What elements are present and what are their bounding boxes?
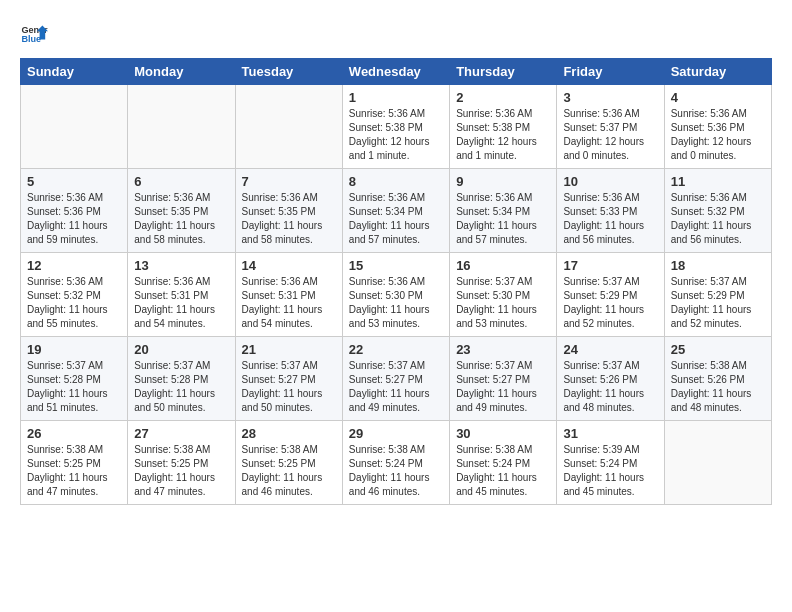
- cell-info: Sunrise: 5:38 AM Sunset: 5:25 PM Dayligh…: [242, 443, 336, 499]
- day-number: 9: [456, 174, 550, 189]
- day-number: 2: [456, 90, 550, 105]
- day-number: 1: [349, 90, 443, 105]
- calendar-cell: 3Sunrise: 5:36 AM Sunset: 5:37 PM Daylig…: [557, 85, 664, 169]
- calendar-cell: 28Sunrise: 5:38 AM Sunset: 5:25 PM Dayli…: [235, 421, 342, 505]
- day-number: 16: [456, 258, 550, 273]
- calendar-cell: 16Sunrise: 5:37 AM Sunset: 5:30 PM Dayli…: [450, 253, 557, 337]
- calendar-week-1: 1Sunrise: 5:36 AM Sunset: 5:38 PM Daylig…: [21, 85, 772, 169]
- calendar-cell: 23Sunrise: 5:37 AM Sunset: 5:27 PM Dayli…: [450, 337, 557, 421]
- calendar-week-2: 5Sunrise: 5:36 AM Sunset: 5:36 PM Daylig…: [21, 169, 772, 253]
- day-number: 6: [134, 174, 228, 189]
- calendar-cell: 31Sunrise: 5:39 AM Sunset: 5:24 PM Dayli…: [557, 421, 664, 505]
- calendar-cell: 21Sunrise: 5:37 AM Sunset: 5:27 PM Dayli…: [235, 337, 342, 421]
- weekday-header-sunday: Sunday: [21, 59, 128, 85]
- weekday-header-monday: Monday: [128, 59, 235, 85]
- cell-info: Sunrise: 5:36 AM Sunset: 5:37 PM Dayligh…: [563, 107, 657, 163]
- day-number: 8: [349, 174, 443, 189]
- calendar-cell: 10Sunrise: 5:36 AM Sunset: 5:33 PM Dayli…: [557, 169, 664, 253]
- calendar-cell: 7Sunrise: 5:36 AM Sunset: 5:35 PM Daylig…: [235, 169, 342, 253]
- cell-info: Sunrise: 5:36 AM Sunset: 5:31 PM Dayligh…: [134, 275, 228, 331]
- calendar-cell: 12Sunrise: 5:36 AM Sunset: 5:32 PM Dayli…: [21, 253, 128, 337]
- cell-info: Sunrise: 5:37 AM Sunset: 5:27 PM Dayligh…: [349, 359, 443, 415]
- day-number: 20: [134, 342, 228, 357]
- cell-info: Sunrise: 5:36 AM Sunset: 5:36 PM Dayligh…: [27, 191, 121, 247]
- calendar-cell: 8Sunrise: 5:36 AM Sunset: 5:34 PM Daylig…: [342, 169, 449, 253]
- day-number: 27: [134, 426, 228, 441]
- day-number: 26: [27, 426, 121, 441]
- calendar-cell: 15Sunrise: 5:36 AM Sunset: 5:30 PM Dayli…: [342, 253, 449, 337]
- day-number: 11: [671, 174, 765, 189]
- day-number: 19: [27, 342, 121, 357]
- cell-info: Sunrise: 5:37 AM Sunset: 5:29 PM Dayligh…: [563, 275, 657, 331]
- calendar-cell: 2Sunrise: 5:36 AM Sunset: 5:38 PM Daylig…: [450, 85, 557, 169]
- cell-info: Sunrise: 5:37 AM Sunset: 5:27 PM Dayligh…: [242, 359, 336, 415]
- day-number: 21: [242, 342, 336, 357]
- logo-icon: General Blue: [20, 20, 48, 48]
- calendar-cell: 13Sunrise: 5:36 AM Sunset: 5:31 PM Dayli…: [128, 253, 235, 337]
- calendar-cell: 19Sunrise: 5:37 AM Sunset: 5:28 PM Dayli…: [21, 337, 128, 421]
- cell-info: Sunrise: 5:36 AM Sunset: 5:36 PM Dayligh…: [671, 107, 765, 163]
- day-number: 30: [456, 426, 550, 441]
- calendar-cell: [664, 421, 771, 505]
- day-number: 29: [349, 426, 443, 441]
- cell-info: Sunrise: 5:37 AM Sunset: 5:29 PM Dayligh…: [671, 275, 765, 331]
- cell-info: Sunrise: 5:38 AM Sunset: 5:25 PM Dayligh…: [27, 443, 121, 499]
- calendar-header: SundayMondayTuesdayWednesdayThursdayFrid…: [21, 59, 772, 85]
- calendar-cell: 22Sunrise: 5:37 AM Sunset: 5:27 PM Dayli…: [342, 337, 449, 421]
- calendar-cell: 17Sunrise: 5:37 AM Sunset: 5:29 PM Dayli…: [557, 253, 664, 337]
- cell-info: Sunrise: 5:36 AM Sunset: 5:35 PM Dayligh…: [242, 191, 336, 247]
- day-number: 18: [671, 258, 765, 273]
- weekday-header-friday: Friday: [557, 59, 664, 85]
- header: General Blue: [20, 20, 772, 48]
- day-number: 31: [563, 426, 657, 441]
- weekday-header-tuesday: Tuesday: [235, 59, 342, 85]
- calendar-cell: [235, 85, 342, 169]
- cell-info: Sunrise: 5:38 AM Sunset: 5:26 PM Dayligh…: [671, 359, 765, 415]
- day-number: 10: [563, 174, 657, 189]
- day-number: 12: [27, 258, 121, 273]
- calendar-cell: 18Sunrise: 5:37 AM Sunset: 5:29 PM Dayli…: [664, 253, 771, 337]
- cell-info: Sunrise: 5:36 AM Sunset: 5:32 PM Dayligh…: [27, 275, 121, 331]
- day-number: 3: [563, 90, 657, 105]
- cell-info: Sunrise: 5:36 AM Sunset: 5:34 PM Dayligh…: [456, 191, 550, 247]
- day-number: 17: [563, 258, 657, 273]
- calendar-cell: 1Sunrise: 5:36 AM Sunset: 5:38 PM Daylig…: [342, 85, 449, 169]
- cell-info: Sunrise: 5:36 AM Sunset: 5:35 PM Dayligh…: [134, 191, 228, 247]
- svg-text:Blue: Blue: [21, 34, 41, 44]
- cell-info: Sunrise: 5:37 AM Sunset: 5:28 PM Dayligh…: [27, 359, 121, 415]
- calendar-cell: 5Sunrise: 5:36 AM Sunset: 5:36 PM Daylig…: [21, 169, 128, 253]
- day-number: 28: [242, 426, 336, 441]
- calendar-table: SundayMondayTuesdayWednesdayThursdayFrid…: [20, 58, 772, 505]
- calendar-week-4: 19Sunrise: 5:37 AM Sunset: 5:28 PM Dayli…: [21, 337, 772, 421]
- cell-info: Sunrise: 5:39 AM Sunset: 5:24 PM Dayligh…: [563, 443, 657, 499]
- day-number: 23: [456, 342, 550, 357]
- cell-info: Sunrise: 5:36 AM Sunset: 5:32 PM Dayligh…: [671, 191, 765, 247]
- cell-info: Sunrise: 5:37 AM Sunset: 5:28 PM Dayligh…: [134, 359, 228, 415]
- day-number: 14: [242, 258, 336, 273]
- logo: General Blue: [20, 20, 48, 48]
- cell-info: Sunrise: 5:38 AM Sunset: 5:24 PM Dayligh…: [456, 443, 550, 499]
- day-number: 5: [27, 174, 121, 189]
- day-number: 24: [563, 342, 657, 357]
- calendar-cell: 11Sunrise: 5:36 AM Sunset: 5:32 PM Dayli…: [664, 169, 771, 253]
- cell-info: Sunrise: 5:37 AM Sunset: 5:27 PM Dayligh…: [456, 359, 550, 415]
- cell-info: Sunrise: 5:38 AM Sunset: 5:24 PM Dayligh…: [349, 443, 443, 499]
- calendar-cell: 29Sunrise: 5:38 AM Sunset: 5:24 PM Dayli…: [342, 421, 449, 505]
- calendar-cell: 24Sunrise: 5:37 AM Sunset: 5:26 PM Dayli…: [557, 337, 664, 421]
- calendar-cell: 6Sunrise: 5:36 AM Sunset: 5:35 PM Daylig…: [128, 169, 235, 253]
- cell-info: Sunrise: 5:38 AM Sunset: 5:25 PM Dayligh…: [134, 443, 228, 499]
- calendar-cell: 14Sunrise: 5:36 AM Sunset: 5:31 PM Dayli…: [235, 253, 342, 337]
- day-number: 13: [134, 258, 228, 273]
- calendar-cell: 30Sunrise: 5:38 AM Sunset: 5:24 PM Dayli…: [450, 421, 557, 505]
- calendar-cell: 27Sunrise: 5:38 AM Sunset: 5:25 PM Dayli…: [128, 421, 235, 505]
- calendar-cell: 4Sunrise: 5:36 AM Sunset: 5:36 PM Daylig…: [664, 85, 771, 169]
- cell-info: Sunrise: 5:36 AM Sunset: 5:38 PM Dayligh…: [456, 107, 550, 163]
- cell-info: Sunrise: 5:36 AM Sunset: 5:33 PM Dayligh…: [563, 191, 657, 247]
- day-number: 15: [349, 258, 443, 273]
- day-number: 4: [671, 90, 765, 105]
- calendar-cell: [128, 85, 235, 169]
- cell-info: Sunrise: 5:37 AM Sunset: 5:26 PM Dayligh…: [563, 359, 657, 415]
- calendar-cell: 9Sunrise: 5:36 AM Sunset: 5:34 PM Daylig…: [450, 169, 557, 253]
- day-number: 7: [242, 174, 336, 189]
- cell-info: Sunrise: 5:36 AM Sunset: 5:30 PM Dayligh…: [349, 275, 443, 331]
